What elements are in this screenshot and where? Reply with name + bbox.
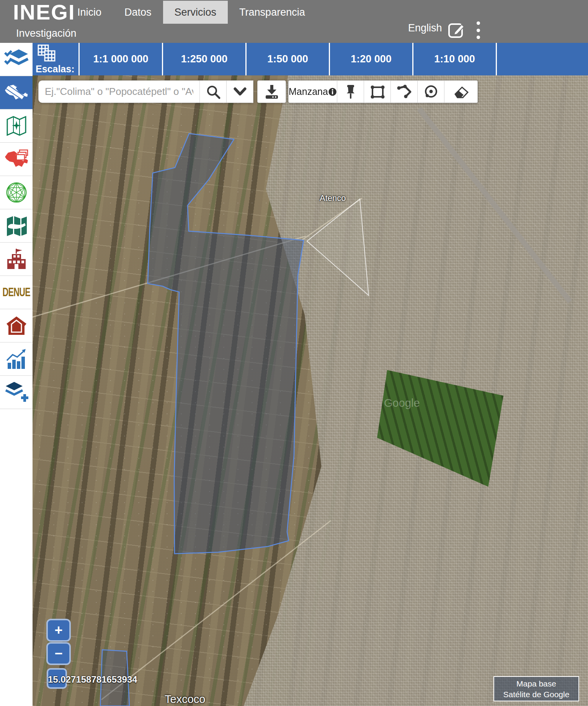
language-toggle[interactable]: English (408, 22, 442, 34)
toolbar-gap (253, 80, 257, 103)
edit-icon-svg (447, 21, 466, 39)
google-watermark: Google (384, 397, 420, 409)
sidebar-item-geodesic-network[interactable] (0, 176, 33, 209)
place-label-atenco: Atenco (320, 193, 346, 203)
chevron-down-icon (233, 87, 247, 96)
sidebar-item-land-cover-map[interactable] (0, 209, 33, 243)
basemap-line2: Satélite de Google (494, 689, 578, 700)
basemap-line1: Mapa base (494, 678, 578, 689)
bar-chart-icon (6, 348, 27, 370)
blocks-grid-icon (37, 44, 57, 63)
folded-map-icon (5, 215, 28, 237)
edit-icon[interactable] (447, 21, 466, 41)
pushpin-icon (343, 84, 358, 99)
pin-marker-button[interactable] (337, 80, 364, 103)
scales-label: Escalas: (36, 64, 74, 75)
zoom-out-button[interactable]: − (46, 642, 71, 665)
draw-rectangle-button[interactable] (364, 80, 391, 103)
nav-transparencia[interactable]: Transparencia (228, 1, 317, 24)
sidebar-item-topographic-map[interactable] (0, 109, 33, 143)
map-canvas[interactable]: Atenco Texcoco Google (33, 75, 588, 706)
search-button[interactable] (200, 80, 227, 103)
globe-network-icon (5, 181, 28, 204)
nav-datos[interactable]: Datos (113, 1, 163, 24)
coordinate-readout: 15.027158781653934 (48, 674, 137, 685)
polygon-draw-icon (396, 84, 413, 99)
scales-label-cell: Escalas: (33, 43, 78, 75)
kebab-menu-icon[interactable] (475, 21, 481, 39)
mexico-cards-icon (4, 149, 29, 169)
locality-boundary-triangle (307, 199, 369, 295)
house-icon (5, 315, 28, 336)
nav-inicio[interactable]: Inicio (66, 1, 113, 24)
eraser-button[interactable] (444, 80, 478, 103)
sidebar-item-cartographic-catalog[interactable] (0, 143, 33, 176)
sidebar-item-denue[interactable]: DENUE (0, 276, 33, 309)
map-toolbar: Manzana (38, 80, 478, 103)
basemap-selector[interactable]: Mapa base Satélite de Google (493, 676, 579, 701)
layers-check-icon (4, 48, 29, 70)
draw-circle-button[interactable] (418, 80, 444, 103)
place-label-texcoco: Texcoco (165, 693, 205, 706)
scales-bar-filler (497, 43, 588, 75)
inegi-map-viewer: INEGI Inicio Datos Servicios Transparenc… (0, 0, 588, 706)
selected-area-polygon[interactable] (148, 134, 304, 554)
expand-search-button[interactable] (227, 80, 253, 103)
manzana-label: Manzana (289, 86, 328, 97)
scale-1-250000[interactable]: 1:250 000 (163, 43, 245, 75)
nav-servicios[interactable]: Servicios (163, 1, 228, 24)
scales-bar: Escalas: 1:1 000 000 1:250 000 1:50 000 … (33, 43, 588, 75)
circle-draw-icon (423, 84, 439, 100)
sidebar-item-active-layers[interactable] (0, 43, 33, 76)
vector-overlay (33, 75, 588, 706)
manzana-info-button[interactable]: Manzana (288, 80, 337, 103)
map-compass-icon (5, 115, 28, 137)
denue-label: DENUE (2, 285, 30, 299)
tools-sidebar: DENUE (0, 43, 33, 706)
sidebar-item-public-buildings[interactable] (0, 243, 33, 276)
mexico-map-icon (4, 83, 29, 102)
download-button[interactable] (257, 80, 286, 103)
app-header: INEGI Inicio Datos Servicios Transparenc… (0, 0, 588, 43)
scale-1-50000[interactable]: 1:50 000 (247, 43, 329, 75)
layers-plus-icon (4, 381, 29, 403)
rectangle-draw-icon (369, 84, 385, 99)
sidebar-item-mexico-map[interactable] (0, 76, 33, 109)
download-icon (264, 84, 279, 99)
nav-investigacion[interactable]: Investigación (16, 28, 77, 39)
zoom-in-button[interactable]: + (46, 619, 71, 642)
school-icon (5, 248, 28, 270)
draw-polygon-button[interactable] (391, 80, 418, 103)
sidebar-item-add-layers[interactable] (0, 376, 33, 409)
sidebar-item-housing[interactable] (0, 309, 33, 342)
scale-1-20000[interactable]: 1:20 000 (330, 43, 412, 75)
sidebar-item-statistics[interactable] (0, 342, 33, 376)
search-icon (206, 84, 221, 99)
info-icon (328, 85, 337, 98)
main-nav: Inicio Datos Servicios Transparencia (66, 1, 317, 24)
scale-1-1000000[interactable]: 1:1 000 000 (80, 43, 162, 75)
scale-1-10000[interactable]: 1:10 000 (413, 43, 496, 75)
search-input[interactable] (38, 80, 200, 103)
eraser-icon (452, 83, 470, 100)
